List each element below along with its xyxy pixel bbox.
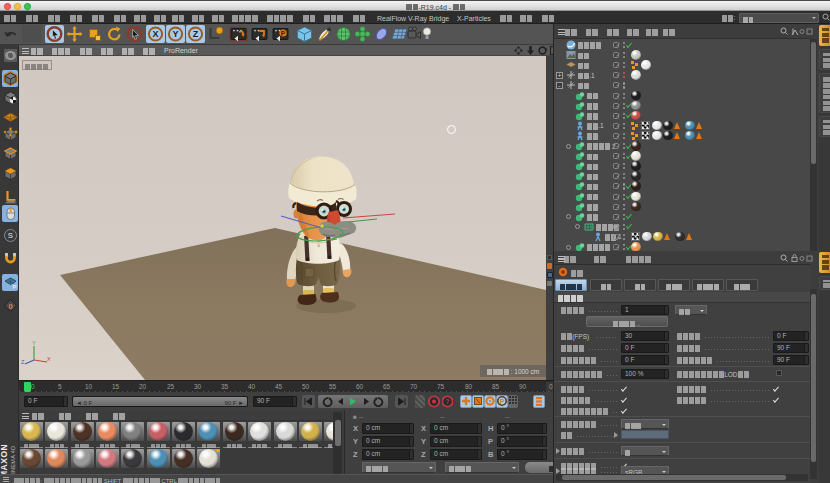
svg-text:P: P xyxy=(12,284,16,290)
svg-text:Y: Y xyxy=(32,340,36,346)
svg-text:Y: Y xyxy=(172,29,178,39)
svg-text:(): () xyxy=(8,303,12,309)
svg-text:P: P xyxy=(281,30,286,37)
svg-text:S: S xyxy=(7,231,13,240)
svg-text:Z: Z xyxy=(21,359,25,365)
svg-text:Z: Z xyxy=(193,29,199,39)
svg-text:X: X xyxy=(152,29,158,39)
svg-text:P: P xyxy=(500,398,505,405)
svg-text:X: X xyxy=(47,356,51,362)
svg-text:?: ? xyxy=(445,398,449,405)
